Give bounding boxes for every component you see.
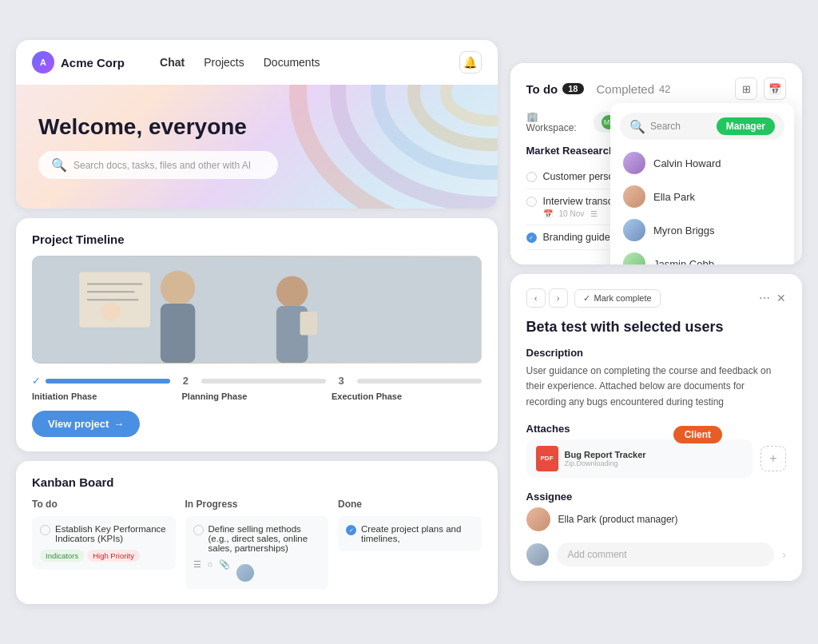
tab-completed-label: Completed [597, 82, 655, 96]
kanban-radio-selling: Define selling methods (e.g., direct sal… [193, 524, 321, 553]
nav-bar: A Acme Corp Chat Projects Documents 🔔 [16, 40, 498, 85]
next-task-button[interactable]: › [549, 288, 568, 308]
comment-icon: ○ [208, 559, 213, 582]
kanban-item-selling: Define selling methods (e.g., direct sal… [185, 516, 329, 590]
tab-todo[interactable]: To do 18 [526, 82, 584, 96]
top-card: A Acme Corp Chat Projects Documents 🔔 [16, 40, 498, 209]
done-check-icon: ✓ [346, 525, 356, 535]
calendar-view-button[interactable]: 📅 [764, 78, 786, 100]
hero-decoration [282, 85, 498, 209]
tab-completed[interactable]: Completed 42 [597, 82, 671, 96]
attach-file[interactable]: PDF Bug Report Tracker Zip.Downloading [526, 439, 752, 478]
assignee-row: Ella Park (product manager) [526, 507, 786, 531]
todo-card: To do 18 Completed 42 ⊞ 📅 🏢 Workspace: M… [510, 63, 802, 264]
attach-icon: 📎 [219, 559, 230, 582]
assignee-section: Assignee Ella Park (product manager) [526, 491, 786, 531]
name-myron: Myron Briggs [653, 225, 715, 237]
description-label: Description [526, 347, 786, 359]
todo-date: 10 Nov [559, 209, 585, 218]
client-badge: Client [673, 426, 722, 443]
hero-title: Welcome, everyone [38, 114, 247, 140]
task-title: Beta test with selected users [526, 319, 786, 336]
send-comment-icon[interactable]: › [782, 548, 786, 561]
right-panel: To do 18 Completed 42 ⊞ 📅 🏢 Workspace: M… [510, 63, 802, 581]
nav-projects[interactable]: Projects [204, 56, 244, 69]
kanban-item-plans: ✓ Create project plans and timelines, [338, 516, 482, 551]
kanban-title: Kanban Board [32, 475, 482, 489]
svg-rect-7 [161, 304, 195, 363]
tab-todo-label: To do [526, 82, 558, 96]
dropdown-search[interactable]: 🔍 Search Manager [620, 113, 784, 140]
kanban-col-inprogress: In Progress Define selling methods (e.g.… [185, 499, 329, 590]
notification-bell-icon[interactable]: 🔔 [459, 51, 482, 74]
nav-links: Chat Projects Documents [160, 56, 320, 69]
dropdown-item-myron[interactable]: Myron Briggs [620, 213, 784, 247]
done-icon-branding: ✓ [526, 233, 537, 243]
assignee-avatar [236, 564, 254, 582]
hero-search-bar[interactable]: 🔍 Search docs, tasks, files and other wi… [38, 151, 278, 179]
assignee-avatar-ella [526, 507, 550, 531]
tag-indicators: Indicators [40, 550, 84, 562]
timeline-card: Project Timeline [16, 218, 498, 451]
svg-point-4 [446, 85, 498, 121]
file-status: Zip.Downloading [565, 459, 646, 467]
close-button[interactable]: ✕ [776, 292, 786, 304]
phases-labels: Initiation Phase Planning Phase Executio… [32, 392, 482, 401]
kanban-radio-plans: ✓ Create project plans and timelines, [346, 524, 474, 543]
todo-count-badge: 18 [562, 83, 583, 94]
grid-view-button[interactable]: ⊞ [735, 78, 757, 100]
completed-count: 42 [659, 83, 670, 95]
view-project-button[interactable]: View project → [32, 411, 140, 437]
check-icon: ✓ [583, 293, 590, 304]
attaches-row: PDF Bug Report Tracker Zip.Downloading + [526, 439, 786, 478]
nav-chat[interactable]: Chat [160, 56, 185, 69]
phase-num-2: 2 [183, 375, 189, 387]
description-text: User guidance on completing the course a… [526, 364, 786, 410]
kanban-card: Kanban Board To do Establish Key Perform… [16, 461, 498, 604]
todo-desc-icon: ☰ [590, 209, 598, 218]
nav-arrows: ‹ › [526, 288, 568, 308]
phase-bar-3 [357, 379, 482, 384]
avatar-calvin [623, 152, 645, 174]
tag-high-priority: High Priority [87, 550, 140, 562]
project-photo [32, 256, 482, 364]
radio-icon-it[interactable] [526, 197, 537, 207]
list-icon: ☰ [193, 559, 201, 582]
kanban-col-todo: To do Establish Key Performance Indicato… [32, 499, 176, 590]
file-info: Bug Report Tracker Zip.Downloading [565, 450, 646, 467]
add-attachment-button[interactable]: + [760, 446, 786, 471]
hero-section: Welcome, everyone 🔍 Search docs, tasks, … [16, 85, 498, 209]
tag-row-kpi: Indicators High Priority [40, 550, 168, 562]
dropdown-item-jasmin[interactable]: Jasmin Cobb [620, 247, 784, 264]
dropdown-item-ella[interactable]: Ella Park [620, 180, 784, 213]
logo-area: A Acme Corp [32, 51, 125, 74]
svg-rect-10 [300, 312, 318, 336]
kanban-icons-selling: ☰ ○ 📎 [193, 559, 321, 582]
nav-documents[interactable]: Documents [264, 56, 320, 69]
comment-placeholder: Add comment [568, 549, 627, 560]
radio-icon[interactable] [193, 525, 204, 535]
phase-check-icon: ✓ [32, 375, 41, 387]
comment-input[interactable]: Add comment [557, 543, 775, 566]
assignee-name: Ella Park (product manager) [558, 514, 678, 525]
phase-bar-1 [46, 379, 170, 384]
mark-complete-button[interactable]: ✓ Mark complete [574, 289, 661, 308]
calendar-icon-sm: 📅 [543, 209, 553, 218]
name-ella: Ella Park [653, 191, 695, 203]
arrow-icon: → [113, 418, 124, 430]
kanban-item-kpi: Establish Key Performance Indicators (KP… [32, 516, 176, 570]
more-options-button[interactable]: ⋯ [759, 292, 770, 304]
kanban-item-selling-text: Define selling methods (e.g., direct sal… [208, 524, 321, 553]
project-image [32, 256, 482, 364]
prev-task-button[interactable]: ‹ [526, 288, 546, 308]
search-placeholder: Search docs, tasks, files and other with… [73, 160, 251, 171]
radio-icon-cp[interactable] [526, 172, 537, 182]
dropdown-item-calvin[interactable]: Calvin Howard [620, 146, 784, 180]
kanban-radio-kpi: Establish Key Performance Indicators (KP… [40, 524, 168, 543]
avatar-myron [623, 219, 645, 241]
company-name: Acme Corp [61, 56, 125, 70]
svg-point-8 [276, 276, 308, 308]
file-name: Bug Report Tracker [565, 450, 646, 459]
kanban-col-done-title: Done [338, 499, 482, 510]
radio-icon[interactable] [40, 525, 50, 535]
